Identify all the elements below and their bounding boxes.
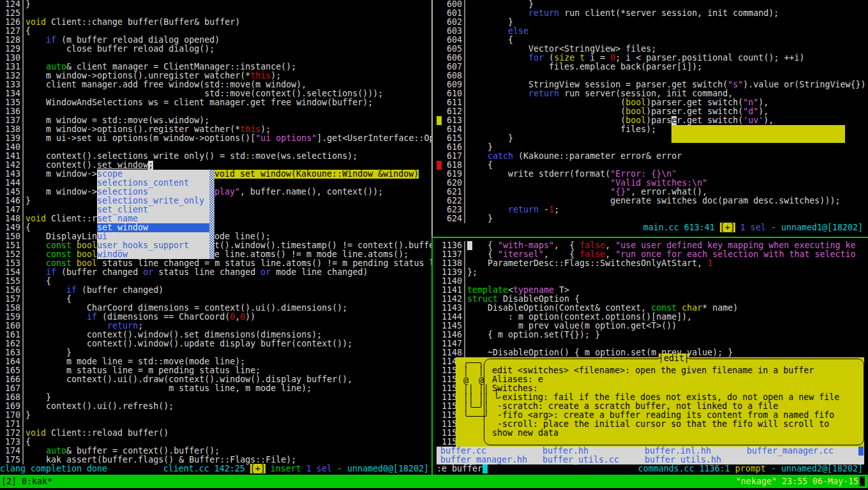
completion-item[interactable]: ui	[97, 232, 209, 241]
gutter-separator: |	[20, 330, 26, 339]
status-bar-client-cc: clang completion done client.cc 142:25 […	[0, 464, 431, 473]
completion-item[interactable]: scope	[97, 170, 209, 179]
gutter-separator: |	[20, 134, 26, 143]
code-line: 156| if (buffer_changed)	[0, 286, 431, 295]
code-line: 1140|	[437, 277, 868, 286]
code-text: for (size_t i = 0; i < parser.positional…	[467, 54, 868, 63]
file-completion-item[interactable]: buffer.inl.hh	[645, 447, 711, 456]
code-segment: struct	[467, 295, 498, 304]
code-text: return run_server(session, init_command,	[467, 89, 868, 98]
gutter-flag-empty	[437, 438, 442, 447]
code-line: 1147|	[437, 339, 868, 348]
line-number: 619	[442, 170, 462, 179]
gutter-separator: |	[462, 241, 467, 250]
gutter-separator: |	[20, 80, 26, 89]
pane-border-horizontal-green	[431, 237, 868, 238]
gutter-separator: |	[20, 54, 26, 63]
line-number: 157	[5, 295, 20, 304]
completion-item[interactable]: set_name	[97, 214, 209, 223]
code-text: StringView session = parser.get_switch("…	[467, 80, 868, 89]
tmux-session-window[interactable]: [2] 0:kak*	[1, 477, 52, 486]
status-info: client.cc 142:25 [+] insert 1 sel - unna…	[163, 464, 431, 473]
gutter-flag-empty	[437, 9, 442, 18]
code-segment: DisableOption {	[498, 295, 580, 304]
gutter-flag-empty	[437, 89, 442, 98]
line-number: 136	[5, 107, 20, 116]
code-segment: * name)	[702, 304, 738, 313]
gutter-separator: |	[462, 80, 467, 89]
line-number: 166	[5, 375, 20, 384]
code-text: auto& client_manager = ClientManager::in…	[26, 63, 431, 71]
completion-item[interactable]: selections	[97, 188, 209, 197]
code-text: m_window->options().register_watcher(*th…	[26, 125, 431, 134]
code-segment: void	[26, 214, 46, 223]
gutter-separator: |	[20, 232, 26, 241]
gutter-flag-empty	[437, 304, 442, 313]
line-number: 612	[442, 107, 462, 116]
code-segment: auto	[46, 447, 66, 456]
gutter-separator: |	[462, 107, 467, 116]
code-line: 1142|struct DisableOption {	[437, 295, 868, 304]
code-text: context().ui().refresh();	[26, 402, 431, 411]
code-line: 1139|};	[437, 268, 868, 277]
code-segment: , error.what(),	[631, 188, 707, 197]
code-segment: "with-maps"	[498, 241, 554, 250]
line-number: 605	[442, 45, 462, 54]
code-segment: 1	[707, 259, 712, 268]
code-line: 622| generate_switches_doc(param_desc.sw…	[437, 197, 868, 205]
code-segment: if	[46, 268, 56, 277]
completion-popup-scrollbar[interactable]	[209, 170, 214, 259]
code-segment: }	[26, 411, 31, 420]
gutter-flag-empty	[437, 152, 442, 161]
gutter-flag-empty	[437, 80, 442, 89]
gutter-flag-empty	[437, 107, 442, 116]
completion-item[interactable]: set_window	[97, 223, 209, 232]
completion-item[interactable]: selections_content	[97, 179, 209, 188]
gutter-flag-empty	[437, 197, 442, 205]
file-completion-item[interactable]: buffer_utils.cc	[542, 456, 619, 464]
code-text: (bool)parser.get_switch('uv'),	[467, 116, 868, 125]
gutter-flag-empty	[437, 71, 442, 80]
code-segment: kak_assert(buffer.flags() & Buffer::Flag…	[26, 456, 296, 464]
gutter-separator: |	[20, 188, 26, 197]
code-line: 140|	[0, 143, 431, 152]
gutter-flag-empty	[437, 268, 442, 277]
code-segment: ode_line();	[214, 232, 271, 241]
code-text: context().ui().draw(context().window().d…	[26, 375, 431, 384]
command-prompt[interactable]: :e buffer	[437, 464, 488, 473]
code-segment: WindowAndSelections ws = client_manager.…	[26, 98, 373, 107]
line-number: 1137	[442, 250, 462, 259]
code-line: 1146| { m_option.set(T{}); }	[437, 330, 868, 339]
file-completion-item[interactable]: buffer_manager.cc	[747, 447, 834, 456]
diagnostic-flag-warning	[437, 116, 442, 125]
gutter-separator: |	[20, 45, 26, 54]
file-completion-menu-scrollbar[interactable]	[858, 447, 864, 456]
code-segment: 'uv'	[743, 116, 763, 125]
gutter-separator: |	[20, 411, 26, 420]
line-number: 1146	[442, 330, 462, 339]
code-segment: insert	[271, 464, 301, 473]
editor-pane-client-cc[interactable]: 124|}125|126|void Client::change_buffer(…	[0, 0, 431, 464]
gutter-separator: |	[20, 170, 26, 179]
code-line: 159| if (dimensions == CharCoord(0,0))	[0, 313, 431, 322]
file-completion-item[interactable]: buffer.cc	[440, 447, 486, 456]
file-completion-item[interactable]: buffer_utils.hh	[645, 456, 721, 464]
completion-item[interactable]: set_client	[97, 205, 209, 214]
completion-item[interactable]: user_hooks_support	[97, 241, 209, 250]
code-segment: m_window->options().register_watcher(*	[26, 125, 240, 134]
code-text	[26, 143, 431, 152]
code-segment: if	[46, 36, 56, 45]
code-segment: this	[240, 125, 260, 134]
editor-pane-main-cc[interactable]: 600| } 601| return run_client(*server_se…	[437, 0, 868, 223]
completion-item[interactable]: window	[97, 250, 209, 259]
code-segment: (dimensions == CharCoord(	[97, 313, 230, 322]
code-line: 609| StringView session = parser.get_swi…	[437, 80, 868, 89]
help-popup: ╭──╮ │ │ @ @ ││ ││ ╭ ││ ││ ╰ │╰─╯│ ╰───╯…	[456, 357, 864, 447]
gutter-flag-empty	[437, 125, 442, 134]
file-completion-item[interactable]: buffer.hh	[542, 447, 588, 456]
completion-item[interactable]: selections_write_only	[97, 197, 209, 205]
gutter-flag-empty	[437, 429, 442, 438]
line-number: 150	[5, 232, 20, 241]
file-completion-item[interactable]: buffer_manager.hh	[440, 456, 527, 464]
code-segment: }	[467, 134, 513, 143]
